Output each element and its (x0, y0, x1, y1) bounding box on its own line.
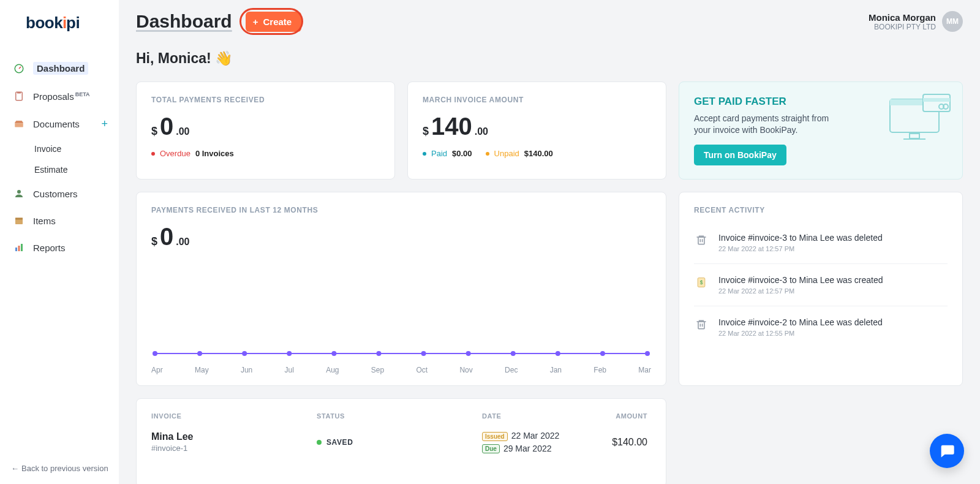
dot-icon (317, 440, 322, 445)
plus-icon[interactable]: + (101, 118, 108, 130)
documents-icon (13, 119, 24, 130)
sidebar-subitem-invoice[interactable]: Invoice (0, 139, 119, 159)
activity-item[interactable]: $Invoice #invoice-3 to Mina Lee was crea… (694, 264, 948, 306)
activity-time: 22 Mar 2022 at 12:57 PM (718, 287, 883, 295)
total-payments-card: TOTAL PAYMENTS RECEIVED $ 0.00 Overdue 0… (136, 81, 395, 180)
chat-icon (938, 442, 956, 459)
activity-title: RECENT ACTIVITY (694, 206, 948, 214)
col-invoice: INVOICE (151, 412, 317, 420)
svg-rect-5 (15, 218, 23, 220)
page-title: Dashboard (136, 11, 232, 32)
activity-list: Invoice #invoice-3 to Mina Lee was delet… (694, 222, 948, 348)
sidebar-item-items[interactable]: Items (0, 208, 119, 233)
invoice-icon: $ (694, 275, 709, 290)
chart-amount: $ 0.00 (151, 223, 651, 251)
chat-fab[interactable] (930, 434, 964, 468)
sidebar: bookipi Dashboard ProposalsBETA (0, 0, 119, 484)
recent-activity-card: RECENT ACTIVITY Invoice #invoice-3 to Mi… (679, 192, 963, 386)
chart-title: PAYMENTS RECEIVED IN LAST 12 MONTHS (151, 206, 651, 214)
svg-point-19 (242, 351, 247, 356)
brand-logo: bookipi (0, 0, 119, 39)
svg-rect-29 (698, 237, 704, 244)
summary-grid: TOTAL PAYMENTS RECEIVED $ 0.00 Overdue 0… (136, 81, 963, 180)
activity-time: 22 Mar 2022 at 12:57 PM (718, 245, 883, 252)
activity-item[interactable]: Invoice #invoice-2 to Mina Lee was delet… (694, 306, 948, 348)
month-invoice-amount: $ 140.00 (423, 113, 651, 140)
overdue-row: Overdue 0 Invoices (151, 149, 380, 158)
dot-icon (486, 152, 489, 156)
greeting-text: Hi, Monica! 👋 (136, 50, 963, 67)
proposal-icon (13, 91, 24, 102)
chart-x-label: Oct (416, 366, 428, 374)
col-amount: AMOUNT (605, 412, 647, 420)
user-name: Monica Morgan (869, 12, 936, 23)
chart-x-label: Jun (241, 366, 252, 374)
amount-cell: $140.00 (605, 437, 647, 448)
svg-rect-8 (21, 244, 23, 251)
svg-rect-2 (15, 123, 23, 127)
table-row[interactable]: Mina Lee #invoice-1 SAVED Issued22 Mar 2… (151, 420, 651, 454)
sidebar-item-dashboard[interactable]: Dashboard (0, 55, 119, 82)
dot-icon (151, 152, 155, 156)
chart-x-label: May (195, 366, 209, 374)
main-content: Dashboard + Create Monica Morgan BOOKIPI… (119, 0, 980, 484)
bookipay-promo-card: GET PAID FASTER Accept card payments str… (679, 81, 963, 180)
turn-on-bookipay-button[interactable]: Turn on BookiPay (694, 145, 786, 165)
back-to-previous-link[interactable]: ← Back to previous version (11, 464, 108, 473)
svg-point-25 (511, 351, 516, 356)
invoice-id: #invoice-1 (151, 444, 317, 453)
activity-text: Invoice #invoice-3 to Mina Lee was creat… (718, 275, 883, 285)
activity-item[interactable]: Invoice #invoice-3 to Mina Lee was delet… (694, 222, 948, 264)
app-root: bookipi Dashboard ProposalsBETA (0, 0, 980, 484)
activity-time: 22 Mar 2022 at 12:55 PM (718, 330, 883, 337)
sidebar-item-documents[interactable]: Documents + (0, 110, 119, 138)
sidebar-item-proposals[interactable]: ProposalsBETA (0, 83, 119, 109)
user-company: BOOKIPI PTY LTD (869, 23, 936, 31)
svg-point-27 (600, 351, 605, 356)
svg-point-22 (376, 351, 381, 356)
customers-icon (13, 188, 24, 199)
reports-icon (13, 242, 24, 253)
invoice-cell: Mina Lee #invoice-1 (151, 431, 317, 453)
arrow-left-icon: ← (11, 464, 19, 473)
svg-point-17 (153, 351, 157, 356)
trash-icon (694, 317, 709, 332)
chart-x-label: Aug (326, 366, 339, 374)
activity-text: Invoice #invoice-3 to Mina Lee was delet… (718, 233, 883, 243)
issued-badge: Issued (482, 432, 508, 441)
chart-x-label: Sep (371, 366, 384, 374)
sidebar-item-label: Reports (33, 243, 66, 253)
monitor-card-icon (885, 93, 952, 145)
svg-rect-32 (698, 322, 704, 329)
svg-point-21 (331, 351, 336, 356)
svg-rect-11 (910, 134, 919, 138)
payments-chart-card: PAYMENTS RECEIVED IN LAST 12 MONTHS $ 0.… (136, 192, 666, 386)
plus-icon: + (253, 17, 258, 27)
sidebar-item-customers[interactable]: Customers (0, 181, 119, 206)
svg-text:$: $ (700, 279, 703, 285)
customer-name: Mina Lee (151, 431, 317, 442)
chart-x-label: Dec (505, 366, 518, 374)
user-block[interactable]: Monica Morgan BOOKIPI PTY LTD MM (869, 11, 963, 32)
chart-x-label: Jul (285, 366, 294, 374)
create-button[interactable]: + Create (246, 12, 301, 32)
sidebar-nav: Dashboard ProposalsBETA Documents + Invo… (0, 55, 119, 260)
chart-x-label: Mar (638, 366, 651, 374)
col-date: DATE (482, 412, 605, 420)
sidebar-subitem-estimate[interactable]: Estimate (0, 160, 119, 180)
avatar[interactable]: MM (942, 11, 963, 32)
chart-x-label: Apr (151, 366, 163, 374)
sidebar-item-label: Items (33, 216, 56, 226)
svg-rect-14 (923, 98, 950, 102)
promo-text: Accept card payments straight from your … (694, 113, 841, 136)
sidebar-item-reports[interactable]: Reports (0, 235, 119, 260)
table-header: INVOICE STATUS DATE AMOUNT (151, 412, 651, 420)
sidebar-item-label: Customers (33, 189, 78, 199)
card-title: MARCH INVOICE AMOUNT (423, 96, 651, 104)
svg-rect-12 (903, 138, 925, 140)
due-badge: Due (482, 444, 500, 453)
total-payments-amount: $ 0.00 (151, 113, 380, 140)
svg-rect-6 (15, 248, 17, 251)
create-button-wrap: + Create (246, 12, 301, 32)
svg-rect-7 (18, 246, 20, 251)
